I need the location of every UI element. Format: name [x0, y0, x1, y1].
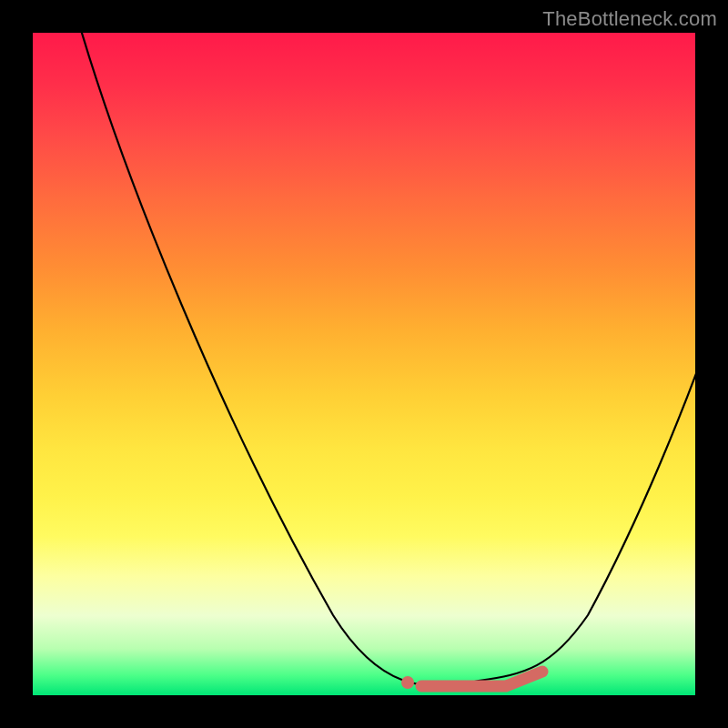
bottleneck-curve	[33, 33, 695, 695]
chart-frame	[33, 33, 695, 695]
optimal-segment	[421, 672, 542, 686]
optimal-dot	[401, 676, 414, 689]
curve-path	[76, 33, 695, 686]
watermark-text: TheBottleneck.com	[542, 7, 717, 31]
